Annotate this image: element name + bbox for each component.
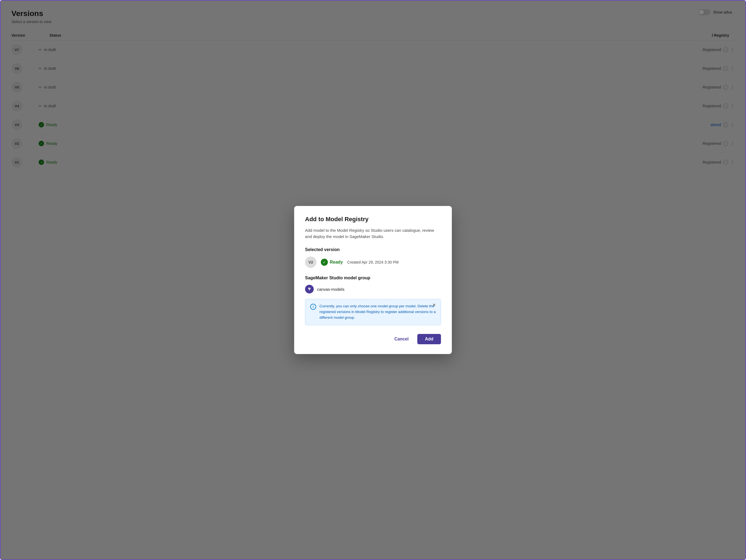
modal-footer: Cancel Add (305, 334, 441, 344)
cancel-button[interactable]: Cancel (389, 334, 414, 344)
modal-overlay: Add to Model Registry Add model to the M… (1, 1, 745, 559)
info-banner: i Currently, you can only choose one mod… (305, 299, 441, 325)
created-date-text: Created Apr 29, 2024 3:30 PM (347, 260, 399, 264)
add-button[interactable]: Add (417, 334, 441, 344)
selected-version-label: Selected version (305, 247, 441, 252)
group-svg-icon (307, 287, 312, 292)
svg-point-1 (309, 288, 311, 289)
ready-status-text: Ready (330, 260, 343, 265)
page-wrapper: Versions Select a version to view Show a… (0, 0, 746, 560)
modal-description: Add model to the Model Registry so Studi… (305, 227, 441, 240)
svg-point-0 (308, 288, 310, 289)
ready-badge: ✓ Ready (321, 259, 343, 266)
ready-check-icon: ✓ (321, 259, 328, 266)
model-group-icon (305, 285, 314, 293)
add-to-registry-modal: Add to Model Registry Add model to the M… (294, 206, 452, 354)
modal-title: Add to Model Registry (305, 216, 441, 223)
model-group-label: SageMaker Studio model group (305, 275, 441, 281)
info-banner-close-button[interactable]: ✕ (431, 302, 437, 308)
model-group-row: canvas-models (305, 285, 441, 293)
info-banner-icon: i (310, 304, 316, 310)
model-group-name: canvas-models (317, 287, 344, 292)
svg-point-2 (309, 289, 310, 291)
selected-version-row: V2 ✓ Ready Created Apr 29, 2024 3:30 PM (305, 257, 441, 268)
info-banner-text: Currently, you can only choose one model… (319, 303, 436, 321)
model-group-section: SageMaker Studio model group canvas-mode… (305, 275, 441, 293)
version-v2-badge: V2 (305, 257, 316, 268)
